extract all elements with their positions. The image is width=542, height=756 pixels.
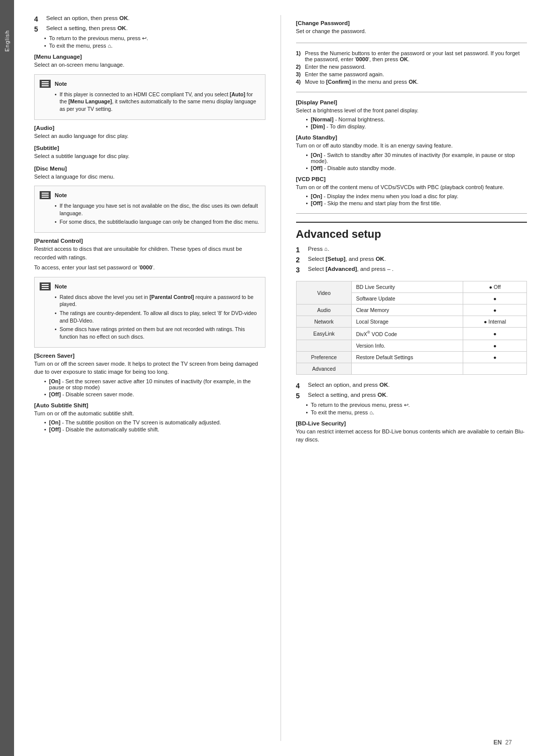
val-version: ● [463,340,527,351]
divider-2 [296,92,527,92]
subtitle-header: [Subtitle] [34,145,265,151]
note-bullet-2a: • If the language you have set is not av… [55,202,260,217]
adv-step-4: 4 Select an option, and press OK. [296,382,527,390]
cat-easylink: EasyLink [296,328,352,340]
note-bullet-2b: • For some discs, the subtitle/audio lan… [55,218,260,226]
item-software-update: Software Update [352,293,463,305]
cat-empty1 [296,340,352,351]
auto-subtitle-text: Turn on or off the automatic subtitle sh… [34,409,265,418]
note-bullet-3c: • Some discs have ratings printed on the… [55,326,260,340]
item-local-storage: Local Storage [352,316,463,328]
bd-live-header: [BD-Live Security] [296,420,527,426]
side-tab-label: English [4,30,10,52]
auto-subtitle-off: • [Off] - Disable the automatically subt… [44,426,265,432]
adv-step-2: 2 Select [Setup], and press OK. [296,256,527,264]
disc-menu-header: [Disc Menu] [34,166,265,172]
note-box-1: Note • If this player is connected to an… [34,74,265,120]
advanced-setup-title: Advanced setup [296,222,527,241]
change-password-header: [Change Password] [296,20,527,26]
note-icon-1 [40,80,51,88]
cat-network: Network [296,316,352,328]
item-version: Version Info. [352,340,463,351]
pw-step-1: 1) Press the Numeric buttons to enter th… [296,50,527,62]
display-normal: • [Normal] - Normal brightness. [306,116,527,122]
auto-standby-text: Turn on or off auto standby mode. It is … [296,141,527,150]
note-label-2: Note [55,192,67,198]
val-clear: ● [463,305,527,316]
display-panel-text: Select a brightness level of the front p… [296,106,527,115]
divider-3 [296,213,527,214]
note-label-1: Note [55,81,67,87]
pw-step-4: 4) Move to [Confirm] in the menu and pre… [296,79,527,85]
right-column: [Change Password] Set or change the pass… [281,15,527,741]
page-container: English 4 Select an option, then press O… [0,0,542,756]
pw-step-3: 3) Enter the same password again. [296,71,527,77]
val-local-storage: ● Internal [463,316,527,328]
step-4: 4 Select an option, then press OK. [34,15,265,23]
auto-subtitle-on: • [On] - The subtitle position on the TV… [44,419,265,425]
main-content: 4 Select an option, then press OK. 5 Sel… [14,0,542,756]
screen-saver-header: [Screen Saver] [34,353,265,359]
table-row-advanced: Advanced [296,363,527,374]
note-icon-3 [40,282,51,290]
display-dim: • [Dim] - To dim display. [306,123,527,129]
auto-standby-off: • [Off] - Disable auto standby mode. [306,165,527,171]
note-box-2: Note • If the language you have set is n… [34,186,265,233]
note-header-2: Note [40,191,260,199]
advanced-steps-123: 1 Press ⌂. 2 Select [Setup], and press O… [296,246,527,274]
table-row-version: Version Info. ● [296,340,527,351]
left-column: 4 Select an option, then press OK. 5 Sel… [34,15,281,741]
auto-subtitle-header: [Auto Subtitle Shift] [34,402,265,408]
table-row-local-storage: Network Local Storage ● Internal [296,316,527,328]
pw-step-2: 2) Enter the new password. [296,64,527,70]
val-software: ● [463,293,527,305]
note-bullet-3a: • Rated discs above the level you set in… [55,293,260,308]
cat-video: Video [296,281,352,305]
parental-text2: To access, enter your last set password … [34,263,265,272]
cat-audio: Audio [296,305,352,316]
adv-bullet-return: • To return to the previous menu, press … [306,402,527,408]
table-row-divx: EasyLink DivX® VOD Code ● [296,328,527,340]
table-row-bd-live: Video BD Live Security ● Off [296,281,527,293]
note-header-3: Note [40,282,260,290]
vcd-pbc-off: • [Off] - Skip the menu and start play f… [306,200,527,206]
val-divx: ● [463,328,527,340]
menu-language-header: [Menu Language] [34,54,265,60]
step-5: 5 Select a setting, then press OK. [34,25,265,33]
item-advanced-empty [352,363,463,374]
note-header-1: Note [40,80,260,88]
audio-text: Select an audio language for disc play. [34,132,265,140]
audio-header: [Audio] [34,125,265,131]
adv-step-1: 1 Press ⌂. [296,246,527,254]
note-bullet-3b: • The ratings are country-dependent. To … [55,310,260,324]
subtitle-text: Select a subtitle language for disc play… [34,152,265,161]
item-restore: Restore Default Settings [352,351,463,363]
auto-standby-header: [Auto Standby] [296,134,527,140]
bd-live-text: You can restrict internet access for BD-… [296,427,527,444]
item-bd-live-security: BD Live Security [352,281,463,293]
cat-preference: Preference [296,351,352,363]
change-password-text: Set or change the password. [296,27,527,36]
val-restore: ● [463,351,527,363]
divider-1 [296,43,527,43]
table-row-clear: Audio Clear Memory ● [296,305,527,316]
cat-advanced: Advanced [296,363,352,374]
auto-standby-on: • [On] - Switch to standby after 30 minu… [306,152,527,164]
page-number: EN 27 [493,739,512,746]
parental-header: [Parental Control] [34,238,265,244]
note-icon-2 [40,191,51,199]
table-row-restore: Preference Restore Default Settings ● [296,351,527,363]
screen-saver-text: Turn on or off the screen saver mode. It… [34,360,265,376]
screen-saver-off: • [Off] - Disable screen saver mode. [44,391,265,397]
val-bd-live: ● Off [463,281,527,293]
advanced-steps-45: 4 Select an option, and press OK. 5 Sele… [296,382,527,415]
side-tab: English [0,0,14,756]
note-box-3: Note • Rated discs above the level you s… [34,277,265,348]
val-advanced-empty [463,363,527,374]
item-clear-memory: Clear Memory [352,305,463,316]
adv-step-3: 3 Select [Advanced], and press – . [296,266,527,274]
note-bullet-1: • If this player is connected to an HDMI… [55,91,260,113]
bullet-exit: • To exit the menu, press ⌂. [44,43,265,49]
item-divx: DivX® VOD Code [352,328,463,340]
screen-saver-on: • [On] - Set the screen saver active aft… [44,378,265,390]
